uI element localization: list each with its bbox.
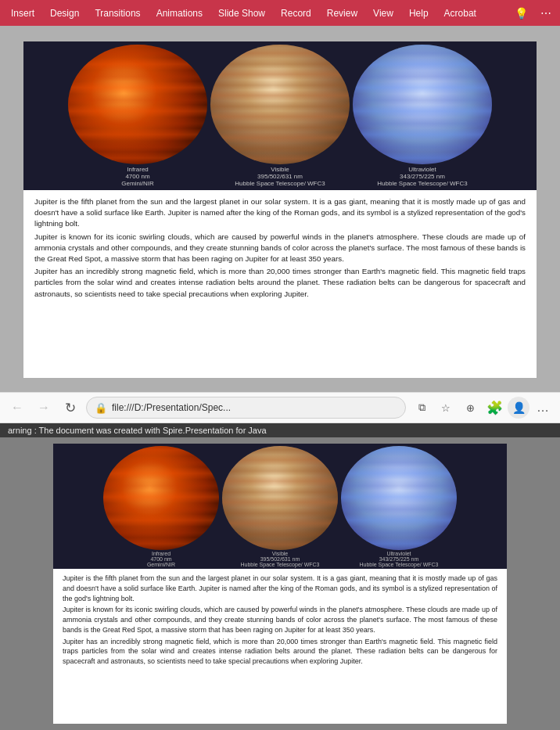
pdf-para-1: Jupiter is the fifth planet from the sun… <box>63 574 497 603</box>
menu-item-record[interactable]: Record <box>273 0 319 26</box>
pdf-planet-infrared-label: Infrared4700 nmGemini/NIR <box>147 550 175 567</box>
pdf-planet-uv-image <box>341 446 457 550</box>
menu-item-help[interactable]: Help <box>401 0 436 26</box>
planet-uv-label: Ultraviolet343/275/225 nmHubble Space Te… <box>377 164 467 187</box>
menu-item-review[interactable]: Review <box>319 0 365 26</box>
menu-item-transitions[interactable]: Transitions <box>87 0 148 26</box>
pdf-planet-infrared-image <box>103 446 219 550</box>
pdf-para-3: Jupiter has an incredibly strong magneti… <box>63 637 497 667</box>
ppt-area: Infrared4700 nmGemini/NIR Visible395/502… <box>0 26 560 392</box>
address-text: file:///D:/Presentation/Spec... <box>112 402 397 413</box>
pdf-planet-visible-col: Visible395/502/631 nmHubble Space Telesc… <box>221 444 339 569</box>
planet-visible-col: Visible395/502/631 nmHubble Space Telesc… <box>209 41 351 190</box>
slide-text: Jupiter is the fifth planet from the sun… <box>23 196 537 300</box>
planet-infrared-col: Infrared4700 nmGemini/NIR <box>66 41 209 190</box>
slide-para-1: Jupiter is the fifth planet from the sun… <box>34 196 526 230</box>
pdf-planet-visible-label: Visible395/502/631 nmHubble Space Telesc… <box>240 550 319 567</box>
planet-visible-image <box>210 45 350 164</box>
menu-bar: Insert Design Transitions Animations Sli… <box>0 0 560 26</box>
collections-button[interactable]: ⊕ <box>459 397 481 419</box>
address-bar[interactable]: 🔒 file:///D:/Presentation/Spec... <box>86 397 406 419</box>
split-tab-button[interactable]: ⧉ <box>411 397 433 419</box>
planet-uv-col: Ultraviolet343/275/225 nmHubble Space Te… <box>351 41 494 190</box>
slide-image-row: Infrared4700 nmGemini/NIR Visible395/502… <box>23 41 537 190</box>
planet-infrared-label: Infrared4700 nmGemini/NIR <box>121 164 153 187</box>
pdf-planet-uv-label: Ultraviolet343/275/225 nmHubble Space Te… <box>359 550 438 567</box>
pdf-text: Jupiter is the fifth planet from the sun… <box>53 574 507 667</box>
menu-item-view[interactable]: View <box>365 0 401 26</box>
refresh-button[interactable]: ↻ <box>59 397 81 419</box>
profile-button[interactable]: 👤 <box>508 397 529 419</box>
browser-content: arning : The document was created with S… <box>0 423 560 730</box>
slide-content: Infrared4700 nmGemini/NIR Visible395/502… <box>23 41 537 378</box>
planet-visible-label: Visible395/502/631 nmHubble Space Telesc… <box>235 164 325 187</box>
pdf-para-2: Jupiter is known for its iconic swirling… <box>63 605 497 635</box>
planet-uv-image <box>353 45 492 164</box>
slide-para-3: Jupiter has an incredibly strong magneti… <box>34 266 526 300</box>
pdf-warning-banner: arning : The document was created with S… <box>0 423 560 437</box>
pdf-slide: Infrared4700 nmGemini/NIR Visible395/502… <box>53 444 507 724</box>
pdf-planet-visible-image <box>222 446 338 550</box>
pdf-image-row: Infrared4700 nmGemini/NIR Visible395/502… <box>53 444 507 569</box>
slide-para-2: Jupiter is known for its iconic swirling… <box>34 232 526 265</box>
favorites-button[interactable]: ☆ <box>435 397 457 419</box>
more-button[interactable]: … <box>532 397 554 419</box>
extensions-button[interactable]: 🧩 <box>483 397 505 419</box>
forward-button[interactable]: → <box>33 397 55 419</box>
planet-infrared-image <box>68 45 207 164</box>
menu-item-animations[interactable]: Animations <box>149 0 210 26</box>
browser-bar: ← → ↻ 🔒 file:///D:/Presentation/Spec... … <box>0 392 560 423</box>
more-menu-icon[interactable]: ⋯ <box>535 2 557 24</box>
back-button[interactable]: ← <box>6 397 28 419</box>
menu-item-insert[interactable]: Insert <box>3 0 42 26</box>
menu-bar-right: 💡 ⋯ <box>510 2 557 24</box>
pdf-planet-infrared-col: Infrared4700 nmGemini/NIR <box>102 444 221 569</box>
lock-icon: 🔒 <box>95 402 107 414</box>
pdf-planet-uv-col: Ultraviolet343/275/225 nmHubble Space Te… <box>339 444 458 569</box>
menu-item-design[interactable]: Design <box>42 0 87 26</box>
browser-actions: ⧉ ☆ ⊕ 🧩 👤 … <box>411 397 554 419</box>
pdf-content: Infrared4700 nmGemini/NIR Visible395/502… <box>0 437 560 730</box>
menu-item-slideshow[interactable]: Slide Show <box>210 0 273 26</box>
menu-item-acrobat[interactable]: Acrobat <box>436 0 484 26</box>
lightbulb-icon[interactable]: 💡 <box>510 2 532 24</box>
